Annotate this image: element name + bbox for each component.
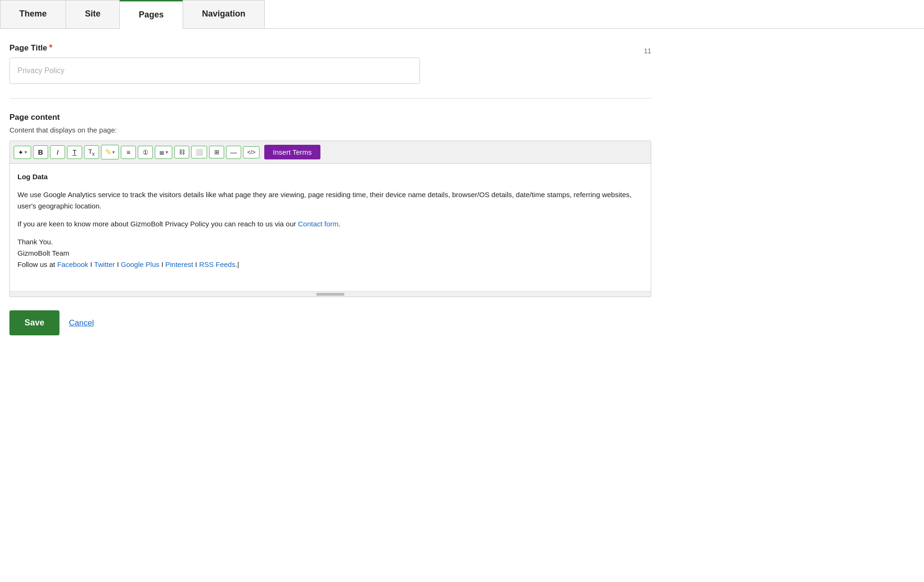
google-plus-link[interactable]: Google Plus (121, 260, 160, 268)
cancel-button[interactable]: Cancel (69, 318, 94, 328)
editor-toolbar: ✦ ▾ B I T Tx ✎ ▾ (10, 141, 651, 164)
toolbar-underline-btn[interactable]: T (67, 146, 82, 159)
char-count: 11 (644, 47, 651, 55)
form-actions: Save Cancel (9, 310, 651, 349)
rss-feeds-link[interactable]: RSS Feeds (199, 260, 235, 268)
toolbar-ordered-list-btn[interactable]: ① (138, 146, 153, 159)
editor-paragraph-2: If you are keen to know more about Gizmo… (17, 218, 643, 230)
tab-site[interactable]: Site (66, 0, 120, 28)
required-indicator: * (49, 43, 52, 53)
editor-wrapper: ✦ ▾ B I T Tx ✎ ▾ (9, 141, 651, 297)
main-content: Page Title * 11 Page content Content tha… (0, 29, 661, 364)
toolbar-link-btn[interactable]: ⛓ (174, 146, 189, 158)
toolbar-clear-btn[interactable]: Tx (84, 145, 99, 159)
page-content-title: Page content (9, 113, 651, 122)
editor-scrollbar[interactable] (10, 291, 651, 297)
toolbar-bold-btn[interactable]: B (33, 145, 48, 159)
contact-form-link[interactable]: Contact form (298, 220, 338, 228)
toolbar-italic-btn[interactable]: I (50, 145, 65, 159)
toolbar-bullet-list-btn[interactable]: ≡ (121, 146, 136, 159)
facebook-link[interactable]: Facebook (57, 260, 88, 268)
toolbar-image-btn[interactable]: ⬜ (191, 146, 207, 158)
editor-heading: Log Data (17, 171, 643, 183)
toolbar-highlight-btn[interactable]: ✎ ▾ (101, 145, 119, 159)
pinterest-link[interactable]: Pinterest (165, 260, 193, 268)
toolbar-hr-btn[interactable]: — (226, 146, 241, 159)
editor-content-area[interactable]: Log Data We use Google Analytics service… (10, 164, 651, 291)
toolbar-highlight-group: ✎ ▾ (101, 145, 119, 159)
tab-navigation[interactable]: Navigation (183, 0, 265, 28)
save-button[interactable]: Save (9, 310, 59, 335)
page-content-desc: Content that displays on the page: (9, 126, 651, 134)
page-title-input[interactable] (9, 58, 420, 84)
tab-bar: Theme Site Pages Navigation (0, 0, 924, 29)
page-title-header: Page Title * 11 (9, 43, 651, 55)
twitter-link[interactable]: Twitter (94, 260, 115, 268)
toolbar-magic-btn[interactable]: ✦ ▾ (14, 146, 31, 159)
toolbar-table-btn[interactable]: ⊞ (209, 146, 224, 158)
section-divider (9, 98, 651, 99)
toolbar-align-group: ≣ ▾ (155, 146, 172, 159)
toolbar-magic-group: ✦ ▾ (14, 146, 31, 159)
editor-thank-you: Thank You. GizmoBolt Team Follow us at F… (17, 236, 643, 270)
toolbar-code-btn[interactable]: </> (243, 146, 260, 158)
editor-paragraph-1: We use Google Analytics service to track… (17, 189, 643, 212)
insert-terms-button[interactable]: Insert Terms (264, 145, 320, 159)
tab-pages[interactable]: Pages (119, 0, 183, 29)
page-title-label: Page Title * (9, 43, 52, 53)
tab-theme[interactable]: Theme (0, 0, 66, 28)
editor-scroll-handle (316, 293, 344, 296)
toolbar-align-btn[interactable]: ≣ ▾ (155, 146, 172, 159)
